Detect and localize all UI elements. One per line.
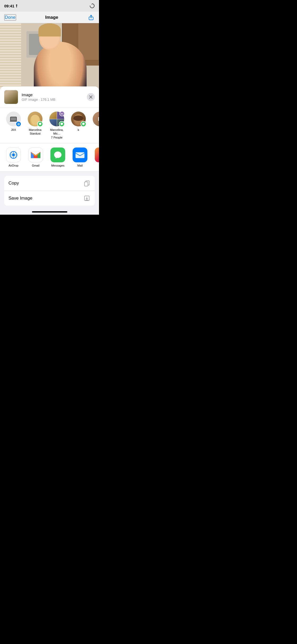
dismiss-button[interactable] (87, 93, 95, 101)
preview-file-meta: GIF Image · 176.1 MB (22, 98, 83, 102)
share-sheet: Image GIF Image · 176.1 MB (0, 86, 99, 215)
nav-bar: Done Image (0, 12, 99, 23)
app-item-airdrop[interactable]: AirDrop (4, 148, 23, 167)
download-icon-svg (84, 195, 90, 201)
home-indicator (32, 211, 67, 213)
messages-icon (60, 122, 63, 126)
section-divider (0, 172, 99, 174)
person-item-jiix[interactable]: JIIX (4, 112, 23, 139)
person-item-k[interactable]: k (69, 112, 88, 139)
gmail-logo (31, 151, 41, 159)
svg-rect-14 (84, 182, 88, 186)
sync-icon (89, 3, 95, 8)
copy-icon (83, 180, 91, 187)
airdrop-icon (17, 123, 20, 126)
status-bar: 09:41 (0, 0, 99, 12)
messages-logo (53, 150, 62, 159)
app-item-gmail[interactable]: Gmail (26, 148, 45, 167)
person-name-m: M (99, 128, 99, 132)
share-icon (88, 15, 94, 20)
preview-file-size: 176.1 MB (41, 98, 55, 102)
copy-label: Copy (8, 181, 19, 186)
app-item-mail[interactable]: Mail (71, 148, 89, 167)
messages-icon (39, 122, 42, 126)
preview-file-type: GIF Image (22, 98, 38, 102)
save-image-action-row[interactable]: Save Image (4, 191, 95, 206)
group-bs-badge: BS (59, 111, 65, 116)
preview-file-name: Image (22, 93, 83, 97)
person-avatar-jiix (6, 112, 21, 126)
svg-rect-9 (76, 152, 84, 158)
svg-rect-3 (10, 121, 17, 122)
person-avatar-k (71, 112, 86, 126)
messages-badge-k (81, 121, 86, 127)
app-name-messages: Messages (51, 164, 64, 167)
person-avatar-m: M (93, 112, 99, 126)
close-icon (89, 95, 93, 99)
copy-icon-svg (84, 180, 90, 186)
time-display: 09:41 (4, 4, 14, 8)
file-preview-row: Image GIF Image · 176.1 MB (0, 86, 99, 108)
download-icon (83, 195, 91, 202)
preview-thumbnail (4, 90, 18, 104)
preview-info: Image GIF Image · 176.1 MB (22, 93, 83, 102)
airdrop-badge (16, 121, 21, 127)
person-name-marcelina: Marcelina Stardust (26, 128, 44, 136)
people-share-row: JIIX Marcelina Stardust (0, 108, 99, 143)
app-item-instagram[interactable]: Ins... (93, 148, 99, 167)
app-item-messages[interactable]: Messages (49, 148, 67, 167)
person-avatar-group: BS (49, 112, 64, 126)
status-icons (89, 3, 95, 8)
person-name-group: Marcelina, Mic... 7 People (48, 128, 66, 139)
person-item-m[interactable]: M M (91, 112, 99, 139)
done-button[interactable]: Done (4, 14, 16, 21)
messages-icon (82, 122, 85, 126)
messages-badge-marcelina (37, 121, 43, 127)
location-icon (15, 4, 18, 7)
person-item-group[interactable]: BS Marcelina, Mic... 7 People (48, 112, 66, 139)
person-item-marcelina[interactable]: Marcelina Stardust (26, 112, 44, 139)
gmail-app-icon (28, 148, 43, 162)
mail-app-icon (73, 148, 87, 162)
person-name-jiix: JIIX (11, 128, 16, 132)
status-time: 09:41 (4, 4, 18, 8)
person-name-k: k (78, 128, 79, 132)
app-name-mail: Mail (77, 164, 83, 167)
airdrop-app-icon (6, 148, 21, 162)
app-name-gmail: Gmail (32, 164, 40, 167)
airdrop-logo (8, 150, 18, 160)
mail-logo (75, 151, 85, 159)
nav-title: Image (45, 15, 58, 20)
app-share-row: AirDrop Gmail (0, 143, 99, 172)
share-button[interactable] (87, 14, 95, 21)
save-image-label: Save Image (8, 196, 32, 201)
instagram-app-icon (95, 148, 99, 162)
copy-action-row[interactable]: Copy (4, 176, 95, 191)
svg-rect-2 (11, 117, 16, 121)
app-name-airdrop: AirDrop (8, 164, 18, 167)
person-avatar-marcelina (28, 112, 43, 126)
messages-badge-group (59, 121, 65, 127)
instagram-logo (98, 151, 99, 159)
messages-app-icon (50, 148, 65, 162)
action-section: Copy Save Image (4, 176, 95, 206)
